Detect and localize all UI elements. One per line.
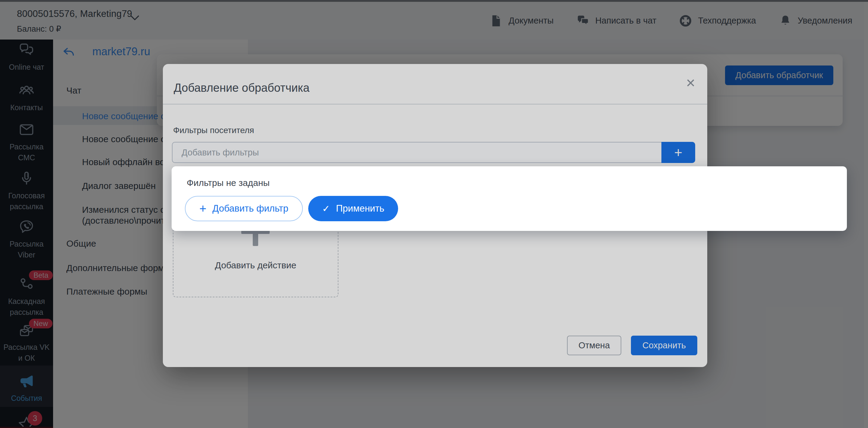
app-screen: 80005015576, Marketing79 Баланс: 0 ₽ Док… [0, 0, 868, 428]
filter-popup: Фильтры не заданы + Добавить фильтр ✓ Пр… [172, 166, 847, 231]
filters-empty-text: Фильтры не заданы [187, 178, 270, 188]
popup-buttons-row: + Добавить фильтр ✓ Применить [185, 196, 398, 221]
add-filter-label: Добавить фильтр [212, 203, 288, 214]
apply-label: Применить [336, 203, 384, 214]
plus-icon: + [199, 202, 206, 215]
apply-button[interactable]: ✓ Применить [308, 196, 398, 221]
check-icon: ✓ [322, 204, 330, 213]
add-filter-button[interactable]: + Добавить фильтр [185, 196, 303, 221]
